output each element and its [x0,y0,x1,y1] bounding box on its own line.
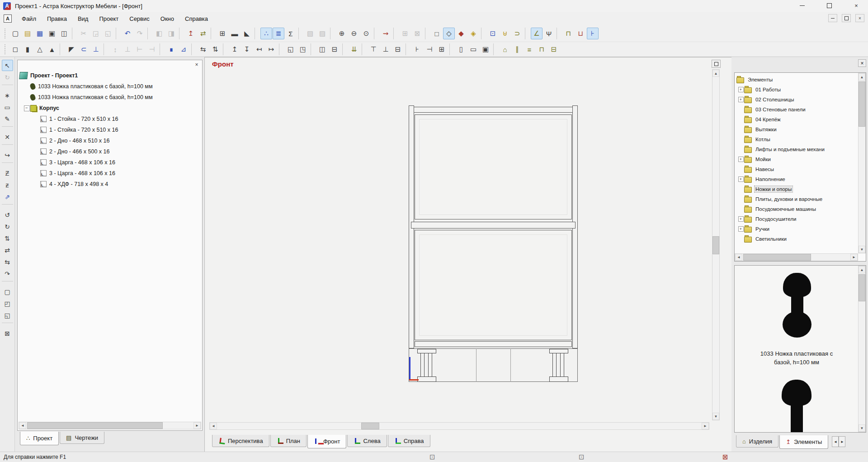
tab-elements[interactable]: ↥ Элементы [779,435,828,449]
minimize-button[interactable] [792,0,812,11]
create-object-tool-button[interactable]: ∗ [2,90,13,101]
scroll-up-button[interactable]: ▲ [859,73,865,81]
distribute-button[interactable]: ↕ [109,43,121,55]
tree-expander[interactable] [737,226,744,232]
shelves-tool-button[interactable]: ≡ [524,43,535,55]
edit-dimensions-button[interactable]: ⊿ [178,43,189,55]
menu-file[interactable]: Файл [16,14,42,24]
sum-report-button[interactable]: Σ [285,28,297,39]
measure-tool-button[interactable]: ⇗ [2,191,13,202]
snap-node-button[interactable]: ⊔ [575,28,586,39]
elements-folder-item[interactable]: Вытяжки [735,124,858,134]
shaded-view-button[interactable]: ◇ [443,28,455,39]
levels-button[interactable]: ≣ [273,28,284,39]
edit-contour-tool-button[interactable]: ✎ [2,113,13,124]
project-panel-item[interactable]: 1 - Стойка - 720 x 510 x 16 [18,114,201,124]
stretch-top-button[interactable]: ⊤ [368,43,379,55]
tab-right-view[interactable]: Справа [388,435,430,447]
cabinet-tool-button[interactable]: ⌂ [499,43,511,55]
delete-view-button[interactable]: ⊠ [411,28,423,39]
scroll-left-button[interactable]: ◄ [19,422,26,429]
project-panel-close-button[interactable]: × [193,61,200,68]
menu-service[interactable]: Сервис [124,14,155,24]
cylinder-primitive-button[interactable]: ▮ [22,43,33,55]
textured-view-button[interactable]: ◈ [467,28,479,39]
scroll-left-button[interactable]: ◄ [210,423,217,429]
menu-help[interactable]: Справка [179,14,213,24]
tree-expander[interactable] [23,105,30,111]
tab-products[interactable]: ⌂ Изделия [736,435,778,448]
stretch-bottom-button[interactable]: ⊥ [380,43,392,55]
close-button[interactable]: × [846,0,866,11]
project-leg-item[interactable]: 1033 Ножка пластиковая с базой, h=100 мм [18,92,201,103]
scroll-thumb[interactable] [859,274,865,301]
pyramid-primitive-button[interactable]: ▲ [46,43,58,55]
tab-perspective[interactable]: Перспектива [212,435,269,447]
wireframe-view-button[interactable]: □ [431,28,443,39]
size-height-button[interactable]: ▯ [455,43,467,55]
attach-right-button[interactable]: ↦ [265,43,277,55]
elements-root-item[interactable]: Элементы [735,75,858,85]
collapse-button[interactable]: ⇊ [348,43,360,55]
stretch-vertical-button[interactable]: ⊟ [392,43,404,55]
print-button[interactable]: ▣ [46,28,58,39]
menu-window[interactable]: Окно [155,14,179,24]
zoom-out-button[interactable]: ⊖ [348,28,360,39]
scroll-left-button[interactable]: ◄ [735,254,742,261]
snap-grid-button[interactable]: ⊓ [562,28,574,39]
tree-expander[interactable] [737,176,744,182]
tree-expander[interactable] [737,157,744,162]
layer-up-tool-button[interactable]: Ƶ [2,167,13,179]
attach-top-button[interactable]: ↥ [229,43,241,55]
project-panel-item[interactable]: 3 - Царга - 468 x 106 x 16 [18,168,201,179]
cone-primitive-button[interactable]: △ [34,43,46,55]
center-horizontal-button[interactable]: ◫ [316,43,328,55]
project-corpus-item[interactable]: Корпус [18,103,201,114]
elements-panel-close-button[interactable]: × [858,59,866,67]
size-width-button[interactable]: ▭ [467,43,479,55]
center-vertical-button[interactable]: ⊟ [329,43,340,55]
save-fragment-button[interactable]: ◧ [153,28,165,39]
elements-folder-item[interactable]: Котлы [735,134,858,144]
mdi-restore-button[interactable] [842,14,851,22]
elements-folder-item[interactable]: Светильники [735,234,858,244]
project-panel-item[interactable]: 2 - Дно - 466 x 500 x 16 [18,146,201,157]
local-axes-button[interactable]: ∠ [531,28,542,39]
scroll-thumb[interactable] [712,236,719,254]
scroll-up-button[interactable]: ▲ [712,70,719,77]
elements-folder-item[interactable]: 04 Крепёж [735,114,858,124]
gap-horizontal-button[interactable]: ⇆ [197,43,209,55]
move-object-button[interactable]: ◱ [285,43,297,55]
align-left-wall-button[interactable]: ⊢ [134,43,146,55]
new-file-button[interactable]: ▢ [9,28,21,39]
scroll-up-button[interactable]: ▲ [859,266,865,273]
elements-folder-item[interactable]: Ножки и опоры [735,184,858,194]
flip-horizontal-tool-button[interactable]: ⇄ [2,244,13,256]
insert-side-button[interactable]: ⊂ [78,43,90,55]
restore-button[interactable] [819,0,839,11]
scroll-right-button[interactable]: ► [850,254,858,261]
leg-preview-image[interactable] [783,273,811,338]
scroll-down-button[interactable]: ▼ [859,424,865,432]
center-view-button[interactable]: ⊞ [399,28,411,39]
mirror-tool-button[interactable]: ⇆ [2,256,13,267]
elements-folder-item[interactable]: 02 Столешницы [735,95,858,105]
undo-button[interactable]: ↶ [122,28,133,39]
mdi-close-button[interactable]: × [855,14,864,22]
scroll-right-button[interactable]: ► [702,423,709,429]
delete-tool-button[interactable]: ✕ [2,131,13,143]
scroll-thumb[interactable] [361,423,379,429]
tab-front[interactable]: Фронт [307,435,346,448]
project-panel-item[interactable]: 2 - Дно - 468 x 510 x 16 [18,135,201,146]
move-fastener-button[interactable]: ⇄ [197,28,209,39]
elements-folder-item[interactable]: Мойки [735,154,858,164]
tab-project[interactable]: ∴ Проект [20,432,59,445]
attach-left-button[interactable]: ↤ [253,43,265,55]
copy-object-button[interactable]: ◳ [297,43,309,55]
elements-folder-item[interactable]: Плиты, духовки и варочные [735,194,858,204]
open-file-button[interactable]: ▤ [22,28,33,39]
insert-top-button[interactable]: ⊥ [90,43,102,55]
cut-button[interactable]: ✂ [78,28,90,39]
scroll-down-button[interactable]: ▼ [859,246,865,253]
stretch-right-button[interactable]: ⊣ [424,43,435,55]
